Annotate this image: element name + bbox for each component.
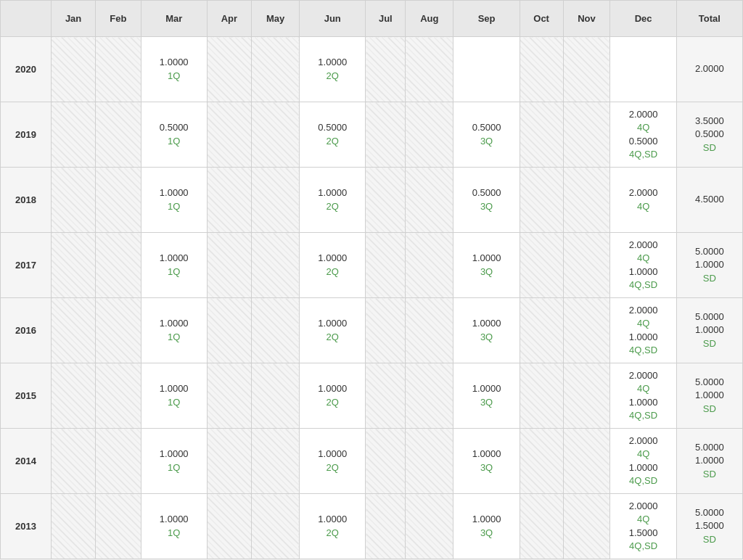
cell-2017-oct: [520, 233, 563, 298]
cell-2018-nov: [563, 168, 610, 233]
year-cell: 2019: [1, 102, 52, 168]
cell-2017-jul: [366, 233, 406, 298]
table-row: 2016 1.0000 1Q 1.0000 2Q 1.0000 3Q 2.000…: [1, 298, 743, 363]
cell-2017-nov: [563, 233, 610, 298]
cell-2020-oct: [520, 37, 563, 102]
cell-2016-mar: 1.0000 1Q: [141, 298, 207, 363]
cell-2020-aug: [406, 37, 453, 102]
header-jun: Jun: [300, 1, 366, 37]
header-apr: Apr: [207, 1, 251, 37]
cell-2020-may: [251, 37, 299, 102]
cell-2015-jul: [366, 363, 406, 429]
cell-2017-dec: 2.00004Q1.00004Q,SD: [610, 233, 676, 298]
cell-2018-aug: [406, 168, 453, 233]
cell-2020-dec: [610, 37, 676, 102]
cell-2013-oct: [520, 494, 563, 559]
cell-2014-jun: 1.0000 2Q: [300, 429, 366, 494]
cell-2016-total: 5.00001.0000SD: [676, 298, 742, 363]
cell-2015-jun: 1.0000 2Q: [300, 363, 366, 429]
cell-2020-sep: [453, 37, 520, 102]
year-cell: 2018: [1, 168, 52, 233]
cell-2014-mar: 1.0000 1Q: [141, 429, 207, 494]
header-feb: Feb: [96, 1, 141, 37]
cell-2014-apr: [207, 429, 251, 494]
cell-2019-jan: [52, 102, 96, 168]
cell-2015-dec: 2.00004Q1.00004Q,SD: [610, 363, 676, 429]
cell-2019-oct: [520, 102, 563, 168]
cell-2018-sep: 0.5000 3Q: [453, 168, 520, 233]
cell-2016-dec: 2.00004Q1.00004Q,SD: [610, 298, 676, 363]
cell-2015-apr: [207, 363, 251, 429]
cell-2016-nov: [563, 298, 610, 363]
cell-2017-apr: [207, 233, 251, 298]
cell-2013-total: 5.00001.5000SD: [676, 494, 742, 559]
cell-2015-nov: [563, 363, 610, 429]
cell-2018-jun: 1.0000 2Q: [300, 168, 366, 233]
table-row: 2013 1.0000 1Q 1.0000 2Q 1.0000 3Q 2.000…: [1, 494, 743, 559]
cell-2017-mar: 1.0000 1Q: [141, 233, 207, 298]
cell-2019-mar: 0.5000 1Q: [141, 102, 207, 168]
header-mar: Mar: [141, 1, 207, 37]
cell-2014-total: 5.00001.0000SD: [676, 429, 742, 494]
cell-2017-may: [251, 233, 299, 298]
cell-2016-jan: [52, 298, 96, 363]
cell-2014-feb: [96, 429, 141, 494]
year-cell: 2013: [1, 494, 52, 559]
cell-2015-may: [251, 363, 299, 429]
header-total: Total: [676, 1, 742, 37]
cell-2019-jun: 0.5000 2Q: [300, 102, 366, 168]
cell-2020-mar: 1.0000 1Q: [141, 37, 207, 102]
cell-2016-jun: 1.0000 2Q: [300, 298, 366, 363]
cell-2015-jan: [52, 363, 96, 429]
cell-2016-apr: [207, 298, 251, 363]
table-row: 2014 1.0000 1Q 1.0000 2Q 1.0000 3Q 2.000…: [1, 429, 743, 494]
dividend-table-container: Jan Feb Mar Apr May Jun Jul Aug Sep Oct …: [0, 0, 743, 559]
header-oct: Oct: [520, 1, 563, 37]
year-cell: 2020: [1, 37, 52, 102]
table-row: 2015 1.0000 1Q 1.0000 2Q 1.0000 3Q 2.000…: [1, 363, 743, 429]
header-jul: Jul: [366, 1, 406, 37]
cell-2016-sep: 1.0000 3Q: [453, 298, 520, 363]
cell-2020-jun: 1.0000 2Q: [300, 37, 366, 102]
cell-2016-may: [251, 298, 299, 363]
cell-2019-feb: [96, 102, 141, 168]
cell-2014-aug: [406, 429, 453, 494]
cell-2017-aug: [406, 233, 453, 298]
header-aug: Aug: [406, 1, 453, 37]
cell-2014-jan: [52, 429, 96, 494]
header-dec: Dec: [610, 1, 676, 37]
cell-2016-aug: [406, 298, 453, 363]
cell-2016-feb: [96, 298, 141, 363]
cell-2016-oct: [520, 298, 563, 363]
cell-2019-apr: [207, 102, 251, 168]
cell-2020-nov: [563, 37, 610, 102]
cell-2013-apr: [207, 494, 251, 559]
cell-2020-jan: [52, 37, 96, 102]
year-cell: 2014: [1, 429, 52, 494]
cell-2019-sep: 0.5000 3Q: [453, 102, 520, 168]
cell-2014-oct: [520, 429, 563, 494]
cell-2014-jul: [366, 429, 406, 494]
cell-2015-aug: [406, 363, 453, 429]
year-cell: 2016: [1, 298, 52, 363]
cell-2019-total: 3.50000.5000SD: [676, 102, 742, 168]
cell-2013-dec: 2.00004Q1.50004Q,SD: [610, 494, 676, 559]
cell-2013-jan: [52, 494, 96, 559]
header-empty: [1, 1, 52, 37]
cell-2018-may: [251, 168, 299, 233]
cell-2019-dec: 2.00004Q0.50004Q,SD: [610, 102, 676, 168]
cell-2015-feb: [96, 363, 141, 429]
header-may: May: [251, 1, 299, 37]
cell-2013-jul: [366, 494, 406, 559]
dividend-table: Jan Feb Mar Apr May Jun Jul Aug Sep Oct …: [0, 0, 743, 559]
cell-2014-dec: 2.00004Q1.00004Q,SD: [610, 429, 676, 494]
cell-2018-mar: 1.0000 1Q: [141, 168, 207, 233]
cell-2014-may: [251, 429, 299, 494]
cell-2013-feb: [96, 494, 141, 559]
cell-2014-sep: 1.0000 3Q: [453, 429, 520, 494]
cell-2020-feb: [96, 37, 141, 102]
cell-2019-may: [251, 102, 299, 168]
header-sep: Sep: [453, 1, 520, 37]
cell-2019-jul: [366, 102, 406, 168]
cell-2019-aug: [406, 102, 453, 168]
